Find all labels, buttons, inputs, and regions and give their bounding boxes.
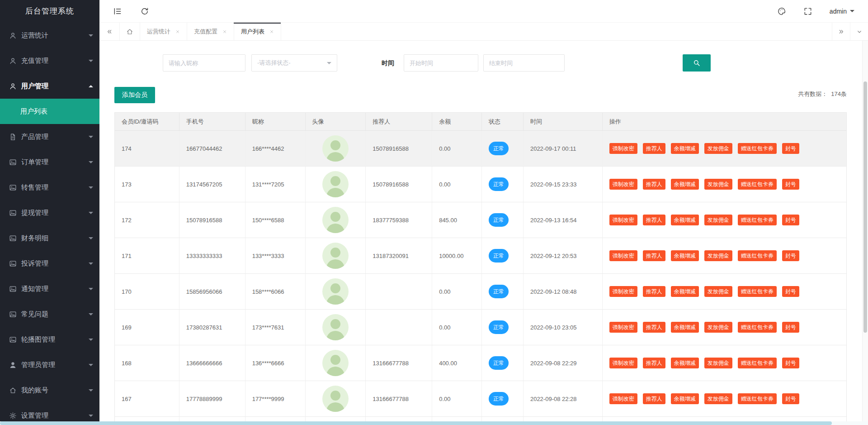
tab[interactable]: 充值配置	[187, 23, 234, 40]
action-button[interactable]: 强制改密	[609, 143, 637, 154]
sidebar-item[interactable]: 转售管理	[0, 175, 99, 200]
action-button[interactable]: 余额增减	[671, 143, 699, 154]
action-button[interactable]: 强制改密	[609, 250, 637, 261]
action-button[interactable]: 封号	[782, 358, 799, 368]
action-button[interactable]: 赠送红包卡券	[738, 322, 777, 333]
action-button[interactable]: 推荐人	[643, 286, 665, 297]
tab-home[interactable]	[120, 23, 140, 40]
menu-fold-icon[interactable]	[113, 7, 122, 16]
action-button[interactable]: 余额增减	[671, 286, 699, 297]
sidebar-item[interactable]: 订单管理	[0, 149, 99, 175]
action-button[interactable]: 发放佣金	[704, 393, 732, 404]
sidebar-item[interactable]: 财务明细	[0, 225, 99, 251]
action-button[interactable]: 推荐人	[643, 322, 665, 333]
action-button[interactable]: 余额增减	[671, 179, 699, 190]
vertical-scrollbar-thumb[interactable]	[863, 81, 867, 333]
fullscreen-icon[interactable]	[803, 7, 812, 16]
action-button[interactable]: 强制改密	[609, 215, 637, 225]
action-button[interactable]: 发放佣金	[704, 143, 732, 154]
action-button[interactable]: 赠送红包卡券	[738, 143, 777, 154]
action-button[interactable]: 发放佣金	[704, 358, 732, 368]
action-button[interactable]: 赠送红包卡券	[738, 179, 777, 190]
search-button[interactable]	[683, 54, 711, 72]
sidebar-item[interactable]: 用户管理	[0, 73, 99, 99]
sidebar-item[interactable]: 提现管理	[0, 200, 99, 225]
action-button[interactable]: 推荐人	[643, 215, 665, 225]
status-badge[interactable]: 正常	[489, 320, 509, 334]
action-button[interactable]: 发放佣金	[704, 179, 732, 190]
caret-down-icon	[89, 263, 93, 267]
add-member-button[interactable]: 添加会员	[114, 87, 155, 103]
action-button[interactable]: 封号	[782, 393, 799, 404]
action-button[interactable]: 强制改密	[609, 322, 637, 333]
status-badge[interactable]: 正常	[489, 249, 509, 263]
cell-balance: 0.00	[432, 274, 482, 309]
status-badge[interactable]: 正常	[489, 356, 509, 370]
action-button[interactable]: 赠送红包卡券	[738, 286, 777, 297]
action-button[interactable]: 强制改密	[609, 286, 637, 297]
action-button[interactable]: 封号	[782, 143, 799, 154]
action-button[interactable]: 强制改密	[609, 358, 637, 368]
sidebar-item[interactable]: 产品管理	[0, 124, 99, 149]
action-button[interactable]: 赠送红包卡券	[738, 358, 777, 368]
start-time-input[interactable]	[404, 54, 478, 72]
action-button[interactable]: 发放佣金	[704, 250, 732, 261]
sidebar-item[interactable]: 常见问题	[0, 301, 99, 327]
sidebar-item[interactable]: 管理员管理	[0, 352, 99, 377]
status-badge[interactable]: 正常	[489, 285, 509, 298]
tabs-forward-button[interactable]	[832, 23, 850, 40]
sidebar-item[interactable]: 充值管理	[0, 48, 99, 73]
sidebar-subitem[interactable]: 用户列表	[0, 99, 99, 124]
tab[interactable]: 用户列表	[234, 23, 281, 40]
palette-icon[interactable]	[777, 7, 786, 16]
action-button[interactable]: 赠送红包卡券	[738, 393, 777, 404]
user-dropdown[interactable]: admin	[830, 8, 854, 15]
action-button[interactable]: 余额增减	[671, 250, 699, 261]
sidebar-item[interactable]: 投诉管理	[0, 251, 99, 276]
nickname-input[interactable]	[163, 54, 245, 72]
status-badge[interactable]: 正常	[489, 142, 509, 155]
cell-actions: 强制改密推荐人余额增减发放佣金赠送红包卡券封号	[603, 345, 846, 381]
tab[interactable]: 运营统计	[140, 23, 187, 40]
action-button[interactable]: 余额增减	[671, 215, 699, 225]
action-button[interactable]: 赠送红包卡券	[738, 250, 777, 261]
action-button[interactable]: 封号	[782, 179, 799, 190]
action-button[interactable]: 推荐人	[643, 143, 665, 154]
action-button[interactable]: 余额增减	[671, 358, 699, 368]
close-icon[interactable]	[269, 29, 274, 34]
sidebar-item[interactable]: 通知管理	[0, 276, 99, 301]
status-badge[interactable]: 正常	[489, 213, 509, 227]
action-button[interactable]: 封号	[782, 286, 799, 297]
sidebar-item[interactable]: 轮播图管理	[0, 327, 99, 352]
sidebar-item[interactable]: 运营统计	[0, 23, 99, 48]
action-button[interactable]: 赠送红包卡券	[738, 215, 777, 225]
end-time-input[interactable]	[483, 54, 565, 72]
close-icon[interactable]	[175, 29, 180, 34]
action-button[interactable]: 发放佣金	[704, 322, 732, 333]
status-badge[interactable]: 正常	[489, 392, 509, 406]
action-button[interactable]: 强制改密	[609, 393, 637, 404]
action-button[interactable]: 余额增减	[671, 322, 699, 333]
action-button[interactable]: 推荐人	[643, 393, 665, 404]
action-button[interactable]: 封号	[782, 215, 799, 225]
action-button[interactable]: 推荐人	[643, 179, 665, 190]
tabs-menu-button[interactable]	[850, 23, 868, 40]
cell-time: 2022-09-08 22:28	[524, 381, 603, 416]
action-button[interactable]: 封号	[782, 250, 799, 261]
action-button[interactable]: 余额增减	[671, 393, 699, 404]
action-button[interactable]: 发放佣金	[704, 286, 732, 297]
sidebar-item[interactable]: 我的账号	[0, 377, 99, 403]
status-select[interactable]: -请选择状态-	[251, 54, 337, 72]
refresh-icon[interactable]	[140, 7, 149, 16]
action-button[interactable]: 发放佣金	[704, 215, 732, 225]
status-badge[interactable]: 正常	[489, 177, 509, 191]
action-button[interactable]: 强制改密	[609, 179, 637, 190]
action-button[interactable]: 推荐人	[643, 358, 665, 368]
action-button[interactable]: 封号	[782, 322, 799, 333]
action-button[interactable]: 推荐人	[643, 250, 665, 261]
caret-up-icon	[89, 83, 93, 87]
horizontal-scrollbar-thumb[interactable]	[0, 421, 832, 425]
tabs-collapse-button[interactable]	[99, 23, 120, 40]
close-icon[interactable]	[222, 29, 227, 34]
caret-down-icon	[89, 161, 93, 166]
